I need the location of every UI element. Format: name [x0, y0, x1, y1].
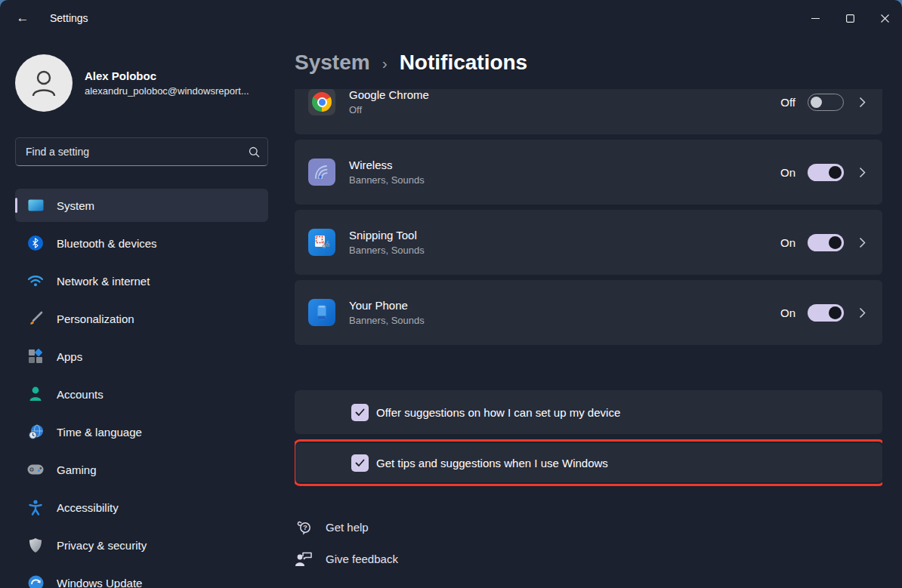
close-button[interactable]	[867, 0, 902, 36]
settings-window: ← Settings	[0, 0, 902, 588]
sidebar-item-time-language[interactable]: Time & language	[15, 415, 268, 448]
suggestion-row-tips[interactable]: Get tips and suggestions when I use Wind…	[295, 443, 882, 482]
suggestion-row-setup-device[interactable]: Offer suggestions on how I can set up my…	[295, 390, 882, 434]
minimize-icon	[811, 14, 820, 23]
your-phone-icon	[308, 299, 335, 326]
checkbox-checked[interactable]	[351, 454, 369, 472]
app-name: Wireless	[349, 159, 780, 171]
sidebar-item-label: Apps	[57, 350, 82, 363]
sidebar-item-personalization[interactable]: Personalization	[15, 302, 268, 335]
maximize-icon	[846, 14, 854, 23]
titlebar: ← Settings	[0, 0, 902, 36]
breadcrumb-parent[interactable]: System	[295, 51, 370, 75]
minimize-button[interactable]	[798, 0, 832, 36]
sidebar-item-windows-update[interactable]: Windows Update	[15, 566, 268, 588]
profile-name: Alex Poloboc	[85, 69, 249, 82]
give-feedback-label: Give feedback	[326, 553, 398, 565]
give-feedback-link[interactable]: Give feedback	[295, 547, 882, 570]
selection-accent-pill	[15, 198, 17, 213]
privacy-icon	[27, 537, 44, 553]
chevron-right-icon[interactable]	[859, 167, 866, 178]
sidebar-nav: System Bluetooth & devices Network & int…	[15, 189, 295, 588]
accounts-icon	[27, 386, 44, 402]
personalization-icon	[27, 310, 44, 327]
person-icon	[28, 67, 60, 99]
search-box[interactable]	[15, 137, 268, 166]
page-title: Notifications	[400, 51, 528, 75]
sidebar-item-label: Network & internet	[57, 275, 150, 288]
sidebar-item-accessibility[interactable]: Accessibility	[15, 491, 268, 524]
get-help-link[interactable]: ? Get help	[295, 516, 882, 538]
chevron-right-icon[interactable]	[859, 97, 866, 108]
arrow-left-icon: ←	[17, 11, 29, 26]
system-icon	[27, 197, 44, 214]
apps-icon	[27, 348, 44, 365]
profile-email: alexandru_poloboc@windowsreport...	[85, 85, 249, 97]
search-icon	[249, 146, 260, 158]
network-icon	[27, 272, 44, 289]
back-button[interactable]: ←	[8, 5, 38, 31]
app-row-snipping-tool[interactable]: Snipping Tool Banners, Sounds On	[295, 210, 882, 275]
notification-toggle[interactable]	[808, 234, 844, 251]
app-name: Snipping Tool	[349, 229, 780, 242]
main-content: System › Notifications Google Chrome Off…	[295, 36, 902, 588]
app-row-google-chrome[interactable]: Google Chrome Off Off	[295, 89, 882, 134]
sidebar-item-label: Bluetooth & devices	[57, 237, 157, 250]
notification-toggle[interactable]	[808, 164, 844, 181]
windows-update-icon	[27, 574, 44, 588]
sidebar-item-apps[interactable]: Apps	[15, 340, 268, 373]
toggle-state-label: On	[780, 166, 795, 179]
app-name: Google Chrome	[349, 89, 780, 101]
sidebar-item-label: Time & language	[57, 426, 142, 439]
bluetooth-icon	[27, 235, 44, 251]
suggestion-label: Offer suggestions on how I can set up my…	[376, 406, 620, 419]
google-chrome-icon	[308, 89, 335, 115]
sidebar-item-gaming[interactable]: Gaming	[15, 453, 268, 486]
maximize-button[interactable]	[832, 0, 867, 36]
toggle-state-label: On	[780, 306, 795, 319]
sidebar-item-label: Personalization	[57, 312, 134, 325]
notification-toggle[interactable]	[808, 94, 844, 111]
app-status: Banners, Sounds	[349, 315, 780, 326]
sidebar: Alex Poloboc alexandru_poloboc@windowsre…	[0, 36, 295, 588]
svg-text:?: ?	[303, 523, 307, 531]
sidebar-item-bluetooth-devices[interactable]: Bluetooth & devices	[15, 226, 268, 260]
sidebar-item-label: System	[57, 199, 94, 212]
breadcrumb: System › Notifications	[295, 36, 882, 89]
checkbox-checked[interactable]	[351, 404, 369, 421]
profile[interactable]: Alex Poloboc alexandru_poloboc@windowsre…	[15, 53, 295, 113]
sidebar-item-network-internet[interactable]: Network & internet	[15, 264, 268, 297]
close-icon	[881, 14, 889, 23]
gaming-icon	[27, 461, 44, 478]
sidebar-item-system[interactable]: System	[15, 189, 268, 222]
sidebar-item-label: Accessibility	[57, 501, 119, 514]
sidebar-item-label: Gaming	[57, 463, 97, 476]
time-language-icon	[27, 423, 44, 440]
toggle-state-label: On	[780, 236, 795, 249]
app-row-your-phone[interactable]: Your Phone Banners, Sounds On	[295, 280, 882, 345]
footer-links: ? Get help Give feedback	[295, 516, 882, 570]
sidebar-item-label: Windows Update	[57, 577, 142, 588]
search-input[interactable]	[26, 146, 249, 158]
chevron-right-icon[interactable]	[859, 307, 866, 319]
get-help-label: Get help	[326, 521, 369, 534]
snipping-tool-icon	[308, 229, 335, 256]
sidebar-item-accounts[interactable]: Accounts	[15, 377, 268, 411]
checkmark-icon	[355, 459, 365, 467]
app-name: Your Phone	[349, 299, 780, 312]
help-icon: ?	[295, 518, 313, 536]
chevron-right-icon[interactable]	[859, 237, 866, 248]
sidebar-item-label: Accounts	[57, 388, 103, 401]
sidebar-item-label: Privacy & security	[57, 539, 147, 552]
sidebar-item-privacy-security[interactable]: Privacy & security	[15, 528, 268, 562]
settings-scroll-area[interactable]: Google Chrome Off Off	[295, 89, 882, 588]
suggestion-label: Get tips and suggestions when I use Wind…	[376, 457, 608, 469]
chevron-right-icon: ›	[382, 54, 388, 72]
app-row-wireless[interactable]: Wireless Banners, Sounds On	[295, 140, 882, 205]
window-controls	[798, 0, 902, 36]
wireless-icon	[308, 159, 335, 186]
avatar	[15, 54, 73, 112]
notification-toggle[interactable]	[808, 304, 844, 322]
app-status: Off	[349, 104, 780, 115]
feedback-icon	[295, 550, 313, 568]
